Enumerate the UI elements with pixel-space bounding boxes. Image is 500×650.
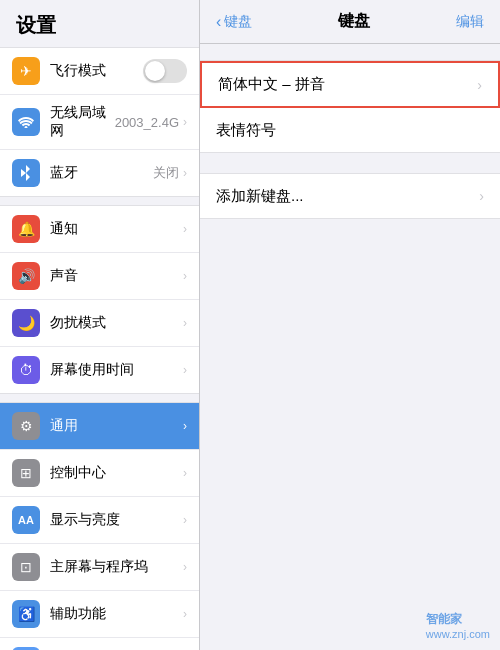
chevron-icon: › [183, 419, 187, 433]
keyboards-section: 简体中文 – 拼音 › 表情符号 [200, 60, 500, 153]
chevron-icon: › [183, 222, 187, 236]
chevron-icon: › [183, 466, 187, 480]
dnd-icon: 🌙 [12, 309, 40, 337]
accessibility-icon: ♿ [12, 600, 40, 628]
main-panel: ‹ 键盘 键盘 编辑 简体中文 – 拼音 › 表情符号 添加新键盘... [200, 0, 500, 650]
sidebar-item-display[interactable]: AA 显示与亮度 › [0, 497, 199, 544]
sidebar-item-control[interactable]: ⊞ 控制中心 › [0, 450, 199, 497]
home-icon: ⊡ [12, 553, 40, 581]
toggle-knob [145, 61, 165, 81]
nav-back-label: 键盘 [224, 13, 252, 31]
sidebar-item-airplane[interactable]: ✈ 飞行模式 [0, 48, 199, 95]
nav-edit-button[interactable]: 编辑 [456, 13, 484, 31]
bluetooth-icon [12, 159, 40, 187]
chevron-icon: › [183, 513, 187, 527]
sidebar-item-notification[interactable]: 🔔 通知 › [0, 206, 199, 253]
chevron-icon: › [183, 269, 187, 283]
sidebar-item-screentime[interactable]: ⏱ 屏幕使用时间 › [0, 347, 199, 393]
chevron-icon: › [183, 607, 187, 621]
sidebar-item-wifi[interactable]: 无线局域网 2003_2.4G › [0, 95, 199, 150]
screentime-icon: ⏱ [12, 356, 40, 384]
chevron-icon: › [183, 316, 187, 330]
display-icon: AA [12, 506, 40, 534]
add-keyboard-section: 添加新键盘... › [200, 173, 500, 219]
airplane-toggle[interactable] [143, 59, 187, 83]
chevron-icon: › [183, 115, 187, 129]
sidebar-section-connectivity: ✈ 飞行模式 无线局域网 2003_2.4G › [0, 47, 199, 197]
keyboard-row-simplified-chinese[interactable]: 简体中文 – 拼音 › [200, 61, 500, 108]
chevron-icon: › [183, 363, 187, 377]
airplane-icon: ✈ [12, 57, 40, 85]
sidebar-item-general[interactable]: ⚙ 通用 › [0, 403, 199, 450]
sidebar-section-preferences: ⚙ 通用 › ⊞ 控制中心 › AA 显示与亮度 › ⊡ 主屏幕与程序坞 › ♿ [0, 402, 199, 650]
nav-back-button[interactable]: ‹ 键盘 [216, 13, 252, 31]
sidebar-section-system: 🔔 通知 › 🔊 声音 › 🌙 勿扰模式 › ⏱ 屏幕使用时间 › [0, 205, 199, 394]
sidebar-title: 设置 [0, 0, 199, 47]
notification-icon: 🔔 [12, 215, 40, 243]
chevron-icon: › [183, 166, 187, 180]
back-arrow-icon: ‹ [216, 13, 221, 31]
sidebar: 设置 ✈ 飞行模式 无线局域网 2003_2.4G › [0, 0, 200, 650]
add-keyboard-button[interactable]: 添加新键盘... › [200, 174, 500, 218]
chevron-icon: › [479, 188, 484, 204]
keyboard-row-emoji[interactable]: 表情符号 [200, 108, 500, 152]
chevron-icon: › [183, 560, 187, 574]
nav-bar: ‹ 键盘 键盘 编辑 [200, 0, 500, 44]
general-icon: ⚙ [12, 412, 40, 440]
sidebar-item-bluetooth[interactable]: 蓝牙 关闭 › [0, 150, 199, 196]
content-area: 简体中文 – 拼音 › 表情符号 添加新键盘... › [200, 44, 500, 650]
nav-title: 键盘 [338, 11, 370, 32]
sidebar-item-wallpaper[interactable]: 🌅 墙纸 › [0, 638, 199, 650]
chevron-icon: › [477, 77, 482, 93]
sidebar-item-accessibility[interactable]: ♿ 辅助功能 › [0, 591, 199, 638]
sidebar-item-home[interactable]: ⊡ 主屏幕与程序坞 › [0, 544, 199, 591]
sidebar-item-dnd[interactable]: 🌙 勿扰模式 › [0, 300, 199, 347]
wifi-icon [12, 108, 40, 136]
sidebar-item-sound[interactable]: 🔊 声音 › [0, 253, 199, 300]
control-icon: ⊞ [12, 459, 40, 487]
sound-icon: 🔊 [12, 262, 40, 290]
